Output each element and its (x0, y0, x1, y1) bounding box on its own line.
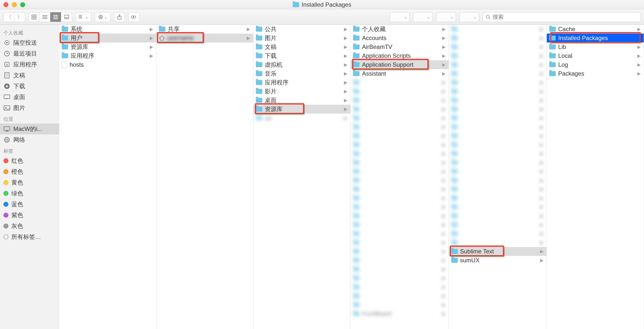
list-item[interactable]: 资源库▶ (59, 43, 156, 51)
share-button[interactable] (114, 12, 125, 22)
list-item[interactable]: Assistant▶ (350, 69, 448, 78)
sidebar-item[interactable]: A应用程序 (0, 59, 59, 70)
dropdown-1[interactable]: ⌄ (390, 12, 410, 22)
sidebar-item[interactable]: 隔空投送 (0, 37, 59, 48)
sidebar-item[interactable]: 红色 (0, 155, 59, 166)
list-item[interactable]: ▶ (350, 282, 448, 291)
list-item[interactable]: 下载▶ (254, 51, 350, 60)
list-item[interactable]: ▶ (449, 220, 547, 229)
sidebar-item[interactable]: 灰色 (0, 221, 59, 231)
sidebar-item[interactable]: 文稿 (0, 70, 59, 81)
maximize-button[interactable] (20, 2, 25, 7)
list-item[interactable]: ▶ (350, 176, 448, 185)
list-item[interactable]: ▶ (449, 167, 547, 176)
search-field[interactable] (483, 12, 640, 22)
list-item[interactable]: ▶ (449, 176, 547, 185)
sidebar-item[interactable]: 网络 (0, 134, 59, 145)
list-item[interactable]: 桌面▶ (254, 96, 350, 105)
list-item[interactable]: ▶ (449, 51, 547, 60)
list-item[interactable]: 文稿▶ (254, 43, 350, 51)
dropdown-4[interactable]: ⌄ (460, 12, 479, 22)
list-item[interactable]: ▶ (449, 105, 547, 114)
sidebar-item[interactable]: 黄色 (0, 177, 59, 188)
action-button[interactable]: ⌄ (95, 12, 110, 22)
list-item[interactable]: Installed Packages (547, 34, 644, 43)
list-item[interactable]: 系统▶ (59, 25, 156, 34)
list-item[interactable]: ▶ (350, 238, 448, 247)
column-view-button[interactable] (50, 12, 61, 22)
list-item[interactable]: ▶ (350, 274, 448, 282)
list-item[interactable]: ▶ (350, 158, 448, 167)
back-button[interactable]: 〈 (4, 12, 14, 22)
sidebar-item[interactable]: 橙色 (0, 166, 59, 177)
sidebar-item[interactable]: 绿色 (0, 188, 59, 199)
list-item[interactable]: ▶ (350, 149, 448, 158)
list-item[interactable]: ▶ (449, 34, 547, 43)
list-item[interactable]: Lib▶ (547, 43, 644, 51)
minimize-button[interactable] (12, 2, 17, 7)
list-item[interactable]: ▶ (350, 78, 448, 87)
list-item[interactable]: ▶ (449, 149, 547, 158)
list-item[interactable]: ▶ (449, 96, 547, 105)
list-item[interactable]: 应用程序▶ (59, 51, 156, 60)
list-item[interactable]: ▶ (449, 43, 547, 51)
list-item[interactable]: Accounts▶ (350, 34, 448, 43)
list-item[interactable]: ▶ (449, 131, 547, 140)
gallery-view-button[interactable] (61, 12, 72, 22)
list-item[interactable]: ▶ (350, 291, 448, 300)
list-item[interactable]: 个人收藏▶ (350, 25, 448, 34)
list-item[interactable]: Log▶ (547, 60, 644, 69)
list-item[interactable]: ▶ (350, 105, 448, 114)
list-item[interactable]: ▶ (449, 203, 547, 211)
sidebar-item[interactable]: 下载 (0, 81, 59, 92)
list-item[interactable]: ▶ (449, 87, 547, 96)
list-item[interactable]: ▶ (350, 140, 448, 149)
list-item[interactable]: ▶ (350, 247, 448, 256)
list-item[interactable]: sumUX▶ (449, 256, 547, 265)
list-item[interactable]: ▶ (350, 300, 448, 309)
close-button[interactable] (4, 2, 8, 7)
list-item[interactable]: ▶ (350, 211, 448, 220)
list-item[interactable]: 图片▶ (254, 34, 350, 43)
list-item[interactable]: ▶ (449, 60, 547, 69)
list-item[interactable]: ▶ (449, 69, 547, 78)
search-input[interactable] (493, 14, 637, 20)
list-item[interactable]: ▶ (449, 78, 547, 87)
sidebar-item[interactable]: 蓝色 (0, 199, 59, 210)
icon-view-button[interactable] (28, 12, 40, 22)
list-item[interactable]: 资源库▶ (254, 105, 350, 114)
list-item[interactable]: ▶ (449, 211, 547, 220)
list-item[interactable]: Application Support▶ (350, 60, 448, 69)
list-item[interactable]: ad▶ (254, 114, 350, 123)
list-item[interactable]: ▶ (449, 229, 547, 238)
list-item[interactable]: ▶ (350, 229, 448, 238)
list-item[interactable]: ▶ (350, 265, 448, 274)
list-item[interactable]: FrontBoard▶ (350, 309, 448, 318)
list-item[interactable]: ▶ (350, 123, 448, 131)
list-item[interactable]: 影片▶ (254, 87, 350, 96)
list-item[interactable]: ▶ (350, 87, 448, 96)
list-item[interactable]: ▶ (449, 140, 547, 149)
list-item[interactable]: 应用程序▶ (254, 78, 350, 87)
sidebar-item[interactable]: 所有标签… (0, 231, 59, 242)
list-item[interactable]: ▶ (449, 238, 547, 247)
dropdown-3[interactable]: ⌄ (436, 12, 456, 22)
tags-button[interactable] (128, 12, 140, 22)
list-item[interactable]: 用户▶ (59, 34, 156, 43)
list-item[interactable]: ▶ (449, 25, 547, 34)
sidebar-item[interactable]: MacW的i... (0, 124, 59, 134)
list-item[interactable]: ▶ (350, 96, 448, 105)
list-item[interactable]: ▶ (350, 114, 448, 123)
dropdown-2[interactable]: ⌄ (413, 12, 433, 22)
sidebar-item[interactable]: 最近项目 (0, 48, 59, 59)
list-item[interactable]: Sublime Text▶ (449, 247, 547, 256)
sidebar-item[interactable]: 紫色 (0, 210, 59, 221)
list-item[interactable]: Cache▶ (547, 25, 644, 34)
list-item[interactable]: ▶ (449, 194, 547, 203)
list-item[interactable]: Application Scripts▶ (350, 51, 448, 60)
list-item[interactable]: 共享▶ (156, 25, 254, 34)
list-item[interactable]: Packages▶ (547, 69, 644, 78)
list-item[interactable]: ▶ (449, 123, 547, 131)
list-item[interactable]: 虚拟机▶ (254, 60, 350, 69)
list-item[interactable]: ▶ (449, 185, 547, 194)
